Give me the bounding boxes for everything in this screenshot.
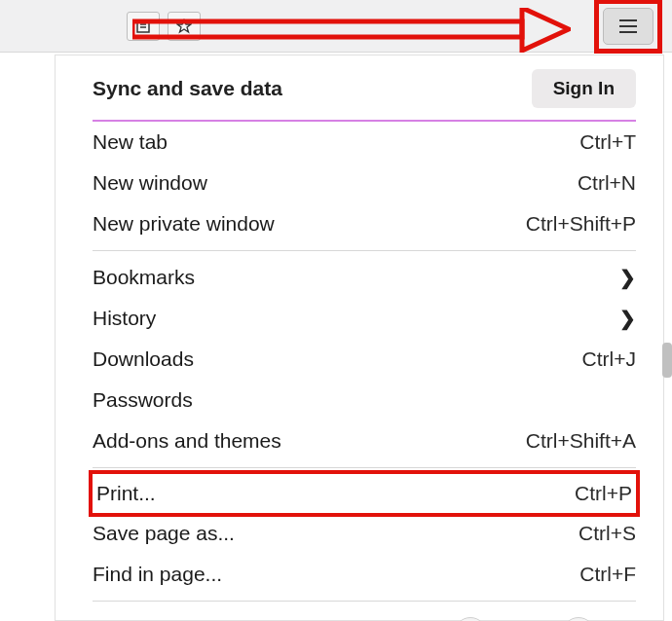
menu-shortcut: Ctrl+F — [579, 563, 636, 586]
zoom-out-button[interactable] — [454, 617, 487, 621]
hamburger-icon — [617, 18, 639, 34]
menu-label: Print... — [96, 482, 156, 505]
browser-toolbar — [0, 0, 672, 53]
menu-addons-themes[interactable]: Add-ons and themes Ctrl+Shift+A — [93, 420, 636, 461]
menu-label: Save page as... — [93, 522, 235, 545]
menu-label: History — [93, 307, 156, 330]
sync-row: Sync and save data Sign In — [93, 69, 636, 122]
reader-mode-icon[interactable] — [127, 12, 160, 41]
menu-shortcut: Ctrl+J — [582, 347, 636, 371]
menu-label: New tab — [93, 130, 168, 154]
menu-shortcut: Ctrl+N — [578, 171, 636, 195]
menu-shortcut: Ctrl+Shift+P — [526, 212, 636, 236]
sign-in-button[interactable]: Sign In — [532, 69, 636, 108]
menu-label: New private window — [93, 212, 275, 236]
hamburger-highlight — [594, 0, 662, 54]
menu-print[interactable]: Print... Ctrl+P — [96, 478, 632, 509]
svg-marker-3 — [177, 19, 191, 32]
menu-divider — [93, 601, 636, 602]
svg-rect-0 — [137, 20, 149, 32]
menu-new-private-window[interactable]: New private window Ctrl+Shift+P — [93, 203, 636, 244]
menu-new-window[interactable]: New window Ctrl+N — [93, 163, 636, 203]
menu-shortcut: Ctrl+Shift+A — [526, 429, 636, 453]
menu-label: Bookmarks — [93, 266, 195, 289]
menu-label: Passwords — [93, 388, 193, 412]
menu-divider — [93, 467, 636, 468]
menu-divider — [93, 250, 636, 251]
bookmark-star-icon[interactable] — [168, 12, 201, 41]
menu-save-page-as[interactable]: Save page as... Ctrl+S — [93, 513, 636, 554]
menu-passwords[interactable]: Passwords — [93, 380, 636, 420]
menu-find-in-page[interactable]: Find in page... Ctrl+F — [93, 554, 636, 595]
menu-label: Downloads — [93, 347, 194, 371]
menu-bookmarks[interactable]: Bookmarks ❯ — [93, 257, 636, 298]
scrollbar-thumb[interactable] — [662, 343, 672, 378]
print-highlight: Print... Ctrl+P — [89, 470, 640, 517]
sync-title: Sync and save data — [93, 77, 282, 100]
app-menu-button[interactable] — [603, 8, 653, 45]
chevron-right-icon: ❯ — [619, 307, 636, 330]
menu-history[interactable]: History ❯ — [93, 298, 636, 339]
menu-label: Find in page... — [93, 563, 222, 586]
menu-downloads[interactable]: Downloads Ctrl+J — [93, 339, 636, 380]
menu-label: New window — [93, 171, 207, 195]
menu-shortcut: Ctrl+S — [579, 522, 636, 545]
menu-zoom: Zoom 100% — [93, 607, 636, 621]
menu-shortcut: Ctrl+T — [579, 130, 636, 154]
menu-label: Add-ons and themes — [93, 429, 281, 453]
chevron-right-icon: ❯ — [619, 266, 636, 289]
app-menu-panel: Sync and save data Sign In New tab Ctrl+… — [55, 55, 664, 621]
menu-new-tab[interactable]: New tab Ctrl+T — [93, 122, 636, 163]
zoom-in-button[interactable] — [562, 617, 595, 621]
menu-shortcut: Ctrl+P — [575, 482, 632, 505]
